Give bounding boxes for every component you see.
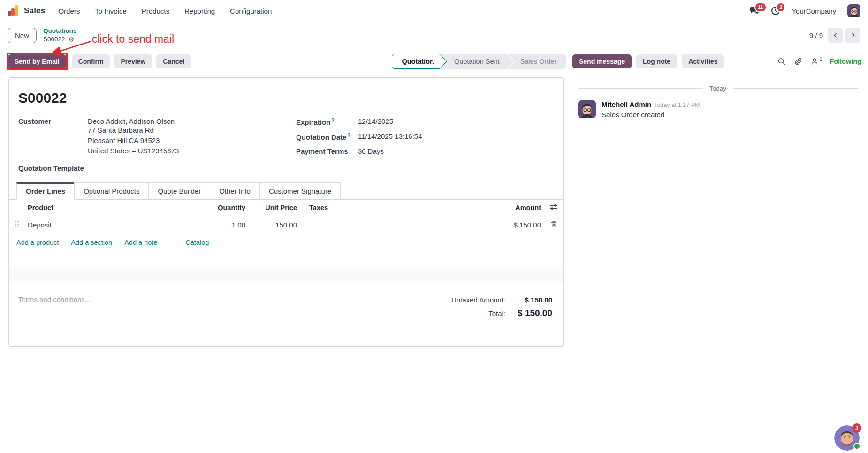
messages-button[interactable]: 11 [749,6,760,15]
status-bar: Quotation Quotation Sent Sales Order [392,54,566,69]
expiration-field[interactable]: 12/14/2025 [358,117,393,126]
help-marker: ? [331,117,334,123]
main-menu: Orders To Invoice Products Reporting Con… [58,7,272,15]
cell-quantity[interactable]: 1.00 [192,216,248,234]
following-toggle[interactable]: Following [830,58,861,65]
order-line-row: Deposit 1.00 150.00 $ 150.00 [9,216,563,234]
confirm-button[interactable]: Confirm [72,54,110,68]
cell-taxes[interactable] [300,216,469,234]
message-timestamp: Today at 1:17 PM [654,102,700,108]
breadcrumb: Quotations S00022 ⚙ [43,27,76,43]
activities-badge: 2 [776,2,785,12]
cell-unit-price[interactable]: 150.00 [248,216,300,234]
status-step-quotation-sent[interactable]: Quotation Sent [440,54,507,69]
control-panel-actions: Send by Email Confirm Preview Cancel Quo… [0,49,868,74]
terms-and-conditions-input[interactable]: Terms and conditions... [18,290,91,323]
record-pager: 9 / 9 [809,28,860,43]
column-taxes: Taxes [300,200,469,216]
date-divider: Today [578,85,858,92]
add-line-row: Add a product Add a section Add a note C… [9,234,563,251]
notebook-tabs: Order Lines Optional Products Quote Buil… [9,182,563,200]
empty-line-row [9,251,563,267]
tab-customer-signature[interactable]: Customer Signature [259,182,341,199]
menu-products[interactable]: Products [142,7,169,15]
app-name[interactable]: Sales [24,6,45,15]
customer-name-field[interactable]: Deco Addict, Addison Olson [88,117,179,125]
user-avatar[interactable] [847,4,860,17]
online-status-dot [853,443,860,450]
livechat-badge: 3 [852,423,861,433]
message-body: Sales Order created [602,111,700,119]
app-switcher[interactable]: Sales [8,5,45,17]
cell-amount: $ 150.00 [469,216,544,234]
preview-button[interactable]: Preview [114,54,152,68]
tab-quote-builder[interactable]: Quote Builder [148,182,210,199]
untaxed-amount-label: Untaxed Amount: [451,296,505,304]
add-a-note-link[interactable]: Add a note [124,239,157,246]
log-note-button[interactable]: Log note [636,54,677,68]
payment-terms-label: Payment Terms [296,147,358,155]
date-divider-label: Today [709,85,726,92]
add-a-product-link[interactable]: Add a product [16,239,59,246]
annotation-highlight-box: Send by Email [7,53,68,70]
followers-count: 1 [819,56,822,62]
drag-handle-icon[interactable] [9,216,25,234]
tab-optional-products[interactable]: Optional Products [74,182,149,199]
search-message-icon[interactable] [777,57,786,66]
column-quantity: Quantity [192,200,248,216]
activities-schedule-button[interactable]: Activities [682,54,724,68]
cancel-button[interactable]: Cancel [156,54,191,68]
send-by-email-button[interactable]: Send by Email [8,54,66,68]
followers-button[interactable]: 1 [810,57,822,66]
quotation-date-field[interactable]: 11/14/2025 13:16:54 [358,132,422,141]
breadcrumb-current: S00022 [43,35,65,44]
total-label: Total: [488,310,505,317]
quotation-form-sheet: S00022 Customer Deco Addict, Addison Ols… [8,77,564,347]
menu-orders[interactable]: Orders [58,7,80,15]
gear-icon[interactable]: ⚙ [69,36,75,43]
add-a-section-link[interactable]: Add a section [71,239,112,246]
quotation-number-title[interactable]: S00022 [18,90,554,106]
activities-button[interactable]: 2 [771,6,780,15]
pager-count: 9 / 9 [809,31,823,39]
total-value: $ 150.00 [512,308,552,318]
sales-app-icon [8,5,19,17]
payment-terms-field[interactable]: 30 Days [358,147,384,155]
catalog-link[interactable]: Catalog [185,239,209,246]
send-message-button[interactable]: Send message [572,54,632,68]
tab-order-lines[interactable]: Order Lines [16,182,75,200]
menu-reporting[interactable]: Reporting [184,7,215,15]
cell-product[interactable]: Deposit [25,216,192,234]
customer-address-line: United States – US12345673 [88,146,179,156]
menu-configuration[interactable]: Configuration [230,7,272,15]
attachment-paperclip-icon[interactable] [794,57,802,66]
customer-address-line: 77 Santa Barbara Rd [88,125,179,136]
chatter-panel: Today Mitchell AdminToday at 1:17 PM [576,77,860,119]
delete-line-button[interactable] [544,216,563,234]
pager-next-button[interactable] [845,28,860,43]
tab-other-info[interactable]: Other Info [210,182,260,199]
chatter-message: Mitchell AdminToday at 1:17 PM Sales Ord… [576,100,860,119]
status-step-sales-order[interactable]: Sales Order [507,54,566,69]
message-author: Mitchell Admin [602,100,651,108]
empty-line-row [9,267,563,283]
company-switcher[interactable]: YourCompany [792,7,836,15]
help-marker: ? [348,132,350,138]
control-panel-breadcrumb: New Quotations S00022 ⚙ 9 / 9 [0,22,868,49]
status-step-quotation[interactable]: Quotation [392,54,440,69]
quotation-date-label: Quotation Date? [296,132,358,141]
menu-to-invoice[interactable]: To Invoice [95,7,127,15]
untaxed-amount-value: $ 150.00 [512,296,552,304]
expiration-label: Expiration? [296,117,358,126]
totals-block: Untaxed Amount: $ 150.00 Total: $ 150.00 [441,290,552,323]
top-navbar: Sales Orders To Invoice Products Reporti… [0,0,868,22]
pager-previous-button[interactable] [828,28,843,43]
column-unit-price: Unit Price [248,200,300,216]
quotation-template-label: Quotation Template [18,164,296,172]
customer-label: Customer [18,117,88,156]
new-button[interactable]: New [8,28,37,43]
breadcrumb-quotations[interactable]: Quotations [43,27,76,35]
optional-columns-icon[interactable] [549,204,558,211]
livechat-avatar-button[interactable]: 3 [834,425,860,451]
messages-badge: 11 [754,2,766,12]
